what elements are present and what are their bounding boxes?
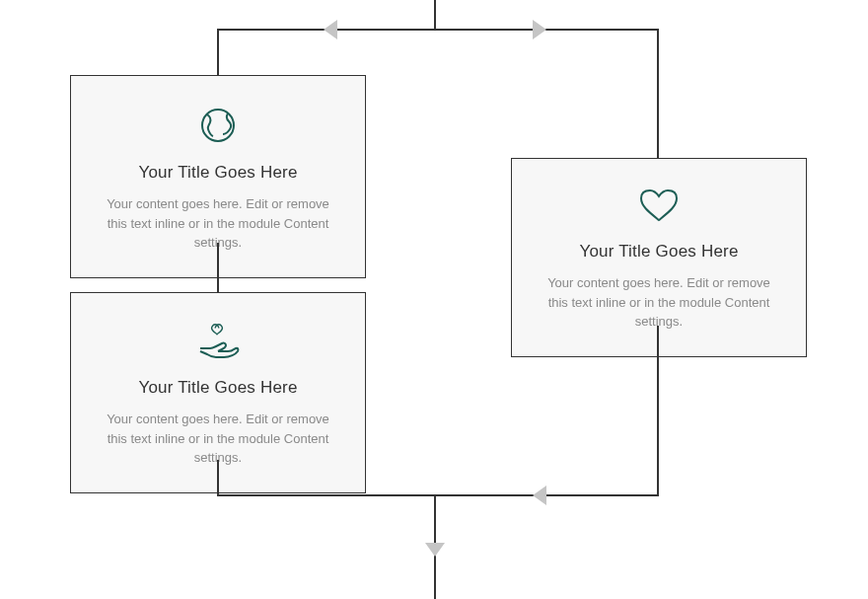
connector-top-stub bbox=[434, 0, 436, 30]
card-title: Your Title Goes Here bbox=[91, 378, 345, 398]
connector-left-horizontal bbox=[217, 494, 436, 496]
globe-icon bbox=[91, 106, 345, 145]
connector-top-horizontal bbox=[217, 29, 659, 31]
arrow-left-icon bbox=[324, 20, 337, 39]
connector-right-bottom bbox=[657, 326, 659, 495]
card-title: Your Title Goes Here bbox=[91, 163, 345, 183]
card-title: Your Title Goes Here bbox=[532, 242, 786, 262]
hand-heart-icon bbox=[91, 323, 345, 360]
connector-right-top bbox=[657, 29, 659, 158]
connector-left-bottom bbox=[217, 460, 219, 496]
arrow-down-icon bbox=[425, 543, 445, 557]
arrow-merge-left-icon bbox=[533, 486, 546, 505]
card-heart: Your Title Goes Here Your content goes h… bbox=[511, 158, 807, 357]
svg-point-0 bbox=[202, 110, 234, 141]
card-content: Your content goes here. Edit or remove t… bbox=[532, 273, 786, 332]
heart-icon bbox=[532, 188, 786, 224]
connector-left-top bbox=[217, 29, 219, 75]
arrow-right-icon bbox=[533, 20, 546, 39]
connector-left-mid bbox=[217, 243, 219, 292]
connector-right-horizontal bbox=[434, 494, 659, 496]
card-content: Your content goes here. Edit or remove t… bbox=[91, 410, 345, 468]
